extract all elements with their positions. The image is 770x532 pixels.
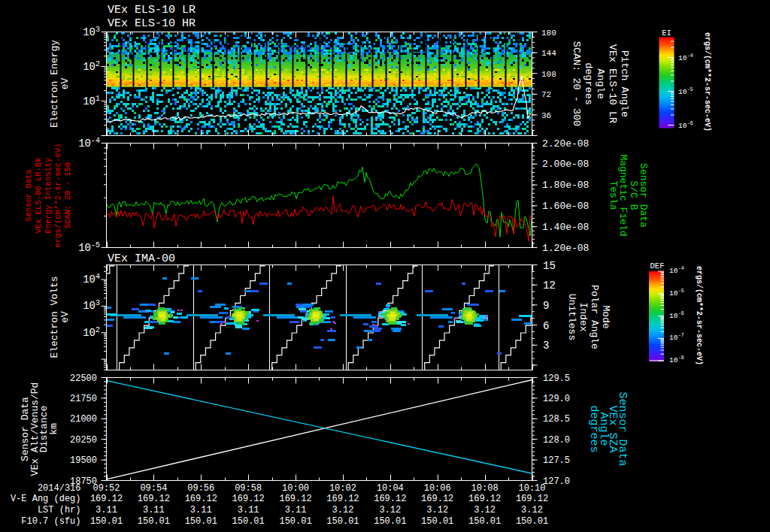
svg-text:ergs/(cm**2-sr-sec-eV): ergs/(cm**2-sr-sec-eV): [695, 266, 703, 365]
svg-text:ergs/(cm**2-sr-sec-eV): ergs/(cm**2-sr-sec-eV): [53, 144, 62, 248]
svg-text:F10.7 (sfu): F10.7 (sfu): [21, 516, 80, 527]
svg-text:169.12: 169.12: [326, 494, 359, 504]
svg-text:22500: 22500: [70, 373, 97, 384]
svg-text:3.12: 3.12: [379, 505, 401, 515]
svg-text:6: 6: [543, 320, 549, 332]
svg-text:169.12: 169.12: [138, 494, 170, 504]
svg-text:SCAN: 20 - 150: SCAN: 20 - 150: [63, 162, 72, 228]
svg-text:SCAN: 20 - 300: SCAN: 20 - 300: [571, 41, 582, 126]
svg-text:169.12: 169.12: [374, 494, 406, 504]
svg-text:degrees: degrees: [583, 62, 594, 105]
svg-text:10:06: 10:06: [424, 483, 451, 494]
svg-text:2014/316: 2014/316: [38, 483, 81, 494]
svg-text:150.01: 150.01: [326, 516, 359, 527]
svg-text:eV: eV: [59, 78, 71, 90]
svg-text:72: 72: [541, 90, 551, 99]
svg-text:degrees: degrees: [587, 405, 600, 452]
svg-text:ergs/(cm**2-sr-sec-eV): ergs/(cm**2-sr-sec-eV): [703, 32, 711, 131]
svg-text:15: 15: [543, 260, 556, 272]
svg-text:Pitch Angle: Pitch Angle: [619, 50, 630, 117]
svg-text:9: 9: [543, 300, 549, 312]
svg-text:10:00: 10:00: [282, 483, 309, 494]
svg-text:169.12: 169.12: [185, 494, 217, 504]
svg-text:EI: EI: [662, 29, 671, 38]
svg-text:127.5: 127.5: [543, 455, 570, 466]
svg-text:3.11: 3.11: [143, 505, 165, 515]
svg-text:Mode: Mode: [600, 305, 611, 328]
svg-text:169.12: 169.12: [468, 494, 501, 504]
svg-text:09:54: 09:54: [140, 483, 167, 494]
svg-text:150.01: 150.01: [185, 516, 217, 527]
svg-text:Index: Index: [578, 302, 589, 331]
svg-text:10:08: 10:08: [471, 483, 499, 494]
svg-text:150.01: 150.01: [468, 516, 501, 527]
svg-text:150.01: 150.01: [138, 516, 170, 527]
svg-text:1.40e-08: 1.40e-08: [542, 222, 589, 233]
svg-text:3: 3: [543, 340, 549, 352]
svg-text:VEx ELS-10 HR: VEx ELS-10 HR: [108, 17, 196, 30]
svg-text:km: km: [48, 423, 59, 435]
svg-text:128.5: 128.5: [543, 414, 570, 425]
svg-text:DEF: DEF: [650, 261, 665, 271]
svg-text:3.11: 3.11: [190, 505, 212, 515]
svg-text:Angle: Angle: [595, 68, 606, 99]
svg-text:169.12: 169.12: [232, 494, 265, 504]
svg-text:108: 108: [541, 70, 556, 79]
svg-text:VEx ELS-10 LR: VEx ELS-10 LR: [607, 44, 618, 123]
svg-text:eV: eV: [59, 311, 71, 323]
svg-text:3.12: 3.12: [521, 505, 543, 515]
svg-text:12: 12: [543, 280, 556, 292]
svg-text:180: 180: [541, 29, 556, 38]
svg-text:3.12: 3.12: [332, 505, 354, 515]
svg-text:LST (hr): LST (hr): [38, 505, 81, 515]
svg-text:10:04: 10:04: [377, 483, 404, 494]
svg-text:169.12: 169.12: [421, 494, 453, 504]
svg-text:Polar Angle: Polar Angle: [589, 285, 600, 349]
svg-text:129.5: 129.5: [543, 373, 570, 384]
svg-text:169.12: 169.12: [279, 494, 311, 504]
svg-text:150.01: 150.01: [374, 516, 406, 527]
svg-text:19500: 19500: [70, 455, 97, 466]
svg-text:150.01: 150.01: [421, 516, 453, 527]
svg-text:3.11: 3.11: [95, 505, 117, 515]
svg-text:09:56: 09:56: [187, 483, 214, 494]
svg-text:10:10: 10:10: [518, 483, 545, 494]
svg-text:3.11: 3.11: [285, 505, 307, 515]
svg-text:1.20e-08: 1.20e-08: [542, 243, 589, 254]
svg-text:Energy Intensity: Energy Intensity: [44, 158, 53, 234]
svg-text:VEx ELS-10 LR: VEx ELS-10 LR: [108, 4, 196, 17]
svg-text:169.12: 169.12: [90, 494, 123, 504]
svg-text:21000: 21000: [70, 414, 97, 425]
svg-text:V-E Ang (deg): V-E Ang (deg): [11, 494, 81, 504]
svg-text:09:52: 09:52: [92, 483, 120, 494]
svg-text:1.60e-08: 1.60e-08: [542, 201, 589, 212]
svg-text:169.12: 169.12: [516, 494, 548, 504]
svg-text:144: 144: [541, 49, 556, 58]
svg-text:1.80e-08: 1.80e-08: [542, 180, 589, 191]
svg-text:Sensor Data: Sensor Data: [24, 169, 33, 221]
svg-text:10:02: 10:02: [329, 483, 356, 494]
svg-text:150.01: 150.01: [279, 516, 311, 527]
svg-text:150.01: 150.01: [232, 516, 265, 527]
svg-text:3.12: 3.12: [426, 505, 448, 515]
svg-text:20250: 20250: [70, 435, 97, 446]
svg-text:21750: 21750: [70, 394, 97, 404]
svg-text:127.0: 127.0: [543, 476, 570, 487]
svg-text:36: 36: [541, 111, 551, 120]
svg-text:129.0: 129.0: [543, 394, 570, 404]
svg-text:VEx IMA-00: VEx IMA-00: [108, 252, 175, 265]
svg-text:3.11: 3.11: [238, 505, 259, 515]
svg-text:128.0: 128.0: [543, 435, 570, 446]
svg-text:150.01: 150.01: [516, 516, 548, 527]
svg-text:2.00e-08: 2.00e-08: [542, 159, 589, 170]
svg-text:Tesla: Tesla: [608, 180, 619, 210]
svg-text:3.12: 3.12: [474, 505, 496, 515]
svg-text:VEx ELS-06 LR-Bk: VEx ELS-06 LR-Bk: [34, 158, 43, 234]
svg-text:Unitless: Unitless: [566, 294, 578, 340]
svg-text:2.20e-08: 2.20e-08: [542, 138, 589, 150]
svg-text:09:58: 09:58: [235, 483, 262, 494]
svg-text:150.01: 150.01: [90, 516, 123, 527]
